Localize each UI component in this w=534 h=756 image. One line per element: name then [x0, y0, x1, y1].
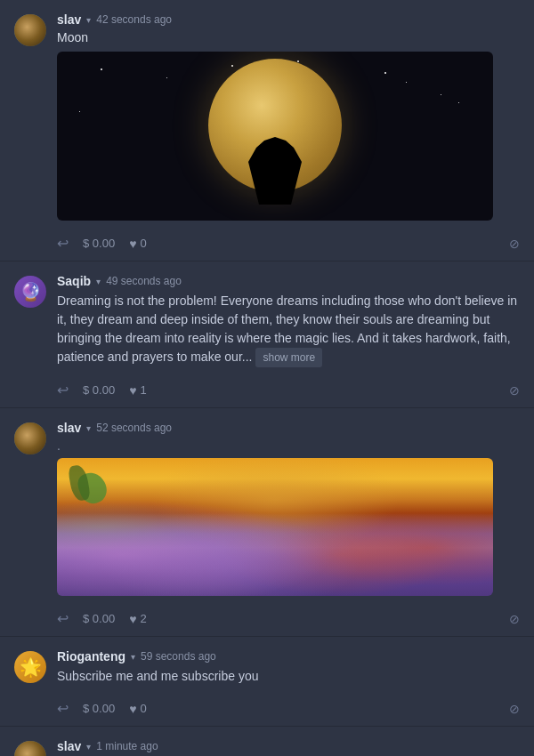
post-image [57, 52, 493, 221]
heart-icon: ♥ [129, 383, 136, 398]
post-actions: ↩ $ 0.00 ♥ 1 ⊘ [57, 374, 520, 407]
moon-image [57, 52, 493, 221]
like-button[interactable]: ♥ 1 [129, 383, 147, 398]
flower-overlay [57, 458, 493, 596]
timestamp: 52 seconds ago [96, 422, 172, 434]
post-header: Rioganteng ▾ 59 seconds ago [57, 649, 520, 664]
post-3: slav ▾ 52 seconds ago . ↩ $ 0.00 ♥ 2 ⊘ [0, 408, 534, 637]
money-amount[interactable]: $ 0.00 [83, 612, 115, 625]
heart-icon: ♥ [129, 237, 136, 251]
like-button[interactable]: ♥ 0 [129, 702, 147, 716]
post-content: slav ▾ 52 seconds ago . ↩ $ 0.00 ♥ 2 ⊘ [57, 421, 520, 636]
avatar: 🌟 [14, 651, 46, 683]
heart-icon: ♥ [129, 702, 136, 716]
post-body: Subscribe me and me subscribe you [57, 667, 520, 686]
avatar [14, 741, 46, 756]
like-button[interactable]: ♥ 2 [129, 612, 147, 626]
money-amount[interactable]: $ 0.00 [83, 237, 115, 250]
reply-button[interactable]: ↩ [57, 382, 69, 398]
username-arrow-icon: ▾ [86, 742, 91, 752]
post-1: slav ▾ 42 seconds ago Moon [0, 0, 534, 261]
like-button[interactable]: ♥ 0 [129, 237, 147, 251]
username-arrow-icon: ▾ [86, 423, 91, 433]
post-content: slav ▾ 1 minute ago . [57, 739, 520, 756]
post-header: Saqib ▾ 49 seconds ago [57, 274, 520, 288]
dot-text: . [57, 438, 520, 453]
flag-button[interactable]: ⊘ [509, 702, 520, 716]
avatar: 🔮 [14, 276, 46, 308]
username[interactable]: slav [57, 12, 81, 27]
post-image [57, 458, 493, 596]
flag-button[interactable]: ⊘ [509, 383, 520, 398]
reply-button[interactable]: ↩ [57, 235, 69, 252]
post-content: slav ▾ 42 seconds ago Moon [57, 12, 520, 261]
username-arrow-icon: ▾ [96, 277, 101, 286]
avatar [14, 14, 46, 46]
post-body: Dreaming is not the problem! Everyone dr… [57, 292, 520, 367]
reply-button[interactable]: ↩ [57, 610, 69, 627]
flower-painting [57, 458, 493, 596]
like-count: 1 [140, 383, 146, 397]
post-2: 🔮 Saqib ▾ 49 seconds ago Dreaming is not… [0, 261, 534, 408]
timestamp: 59 seconds ago [141, 650, 216, 663]
post-header: slav ▾ 1 minute ago [57, 739, 520, 753]
username[interactable]: Saqib [57, 274, 91, 288]
like-count: 2 [140, 612, 146, 625]
post-4: 🌟 Rioganteng ▾ 59 seconds ago Subscribe … [0, 637, 534, 727]
username[interactable]: slav [57, 421, 81, 435]
like-count: 0 [140, 702, 146, 715]
username-arrow-icon: ▾ [131, 652, 135, 662]
post-actions: ↩ $ 0.00 ♥ 0 ⊘ [57, 693, 520, 726]
reply-button[interactable]: ↩ [57, 700, 69, 717]
username[interactable]: slav [57, 739, 81, 753]
post-actions: ↩ $ 0.00 ♥ 2 ⊘ [57, 603, 520, 636]
timestamp: 49 seconds ago [106, 275, 182, 287]
username[interactable]: Rioganteng [57, 649, 125, 664]
post-5: slav ▾ 1 minute ago . [0, 727, 534, 756]
money-amount[interactable]: $ 0.00 [83, 702, 115, 715]
flag-button[interactable]: ⊘ [509, 612, 520, 626]
flag-button[interactable]: ⊘ [509, 237, 520, 251]
post-content: Rioganteng ▾ 59 seconds ago Subscribe me… [57, 649, 520, 726]
timestamp: 1 minute ago [96, 740, 158, 752]
heart-icon: ♥ [129, 612, 136, 626]
show-more-button[interactable]: show more [255, 348, 322, 367]
timestamp: 42 seconds ago [96, 13, 172, 26]
money-amount[interactable]: $ 0.00 [83, 383, 115, 397]
post-content: Saqib ▾ 49 seconds ago Dreaming is not t… [57, 274, 520, 407]
avatar [14, 422, 46, 454]
post-actions: ↩ $ 0.00 ♥ 0 ⊘ [57, 228, 520, 261]
username-arrow-icon: ▾ [86, 15, 91, 25]
post-header: slav ▾ 42 seconds ago [57, 12, 520, 27]
post-title: Moon [57, 30, 520, 44]
post-header: slav ▾ 52 seconds ago [57, 421, 520, 435]
like-count: 0 [140, 237, 146, 250]
